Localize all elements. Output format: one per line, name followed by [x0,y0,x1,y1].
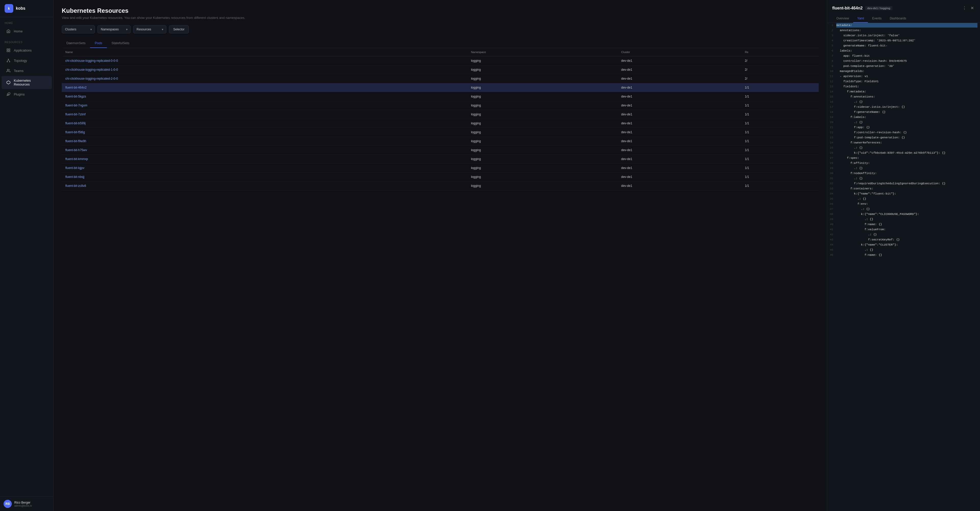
pods-table-wrap: Name Namespace Cluster Re chi-clickhouse… [62,48,819,190]
sidebar-item-kubernetes[interactable]: Kubernetes Resources [2,76,52,89]
table-row[interactable]: fluent-bit-f5t6g logging dev-de1 1/1 [62,128,819,137]
line-number: 35 [827,197,836,202]
cell-name: chi-clickhouse-logging-replicated-1-0-0 [62,65,467,74]
page-title: Kubernetes Resources [62,7,819,14]
yaml-line: 35 .: {} [827,197,980,202]
yaml-line: 38 k:{"name":"CLICKHOUSE_PASSWORD"}: [827,212,980,217]
svg-point-6 [9,61,10,62]
cell-cluster: dev-de1 [617,172,741,181]
topology-icon [6,58,11,63]
sidebar-item-home[interactable]: Home [2,26,52,36]
yaml-content: 1metadata:2 annotations:3 sidecar.istio.… [827,23,980,511]
panel-tab-yaml[interactable]: Yaml [853,14,868,23]
cell-re: 1/1 [741,155,819,164]
line-content: f:generateName: {} [836,110,980,115]
clusters-filter[interactable]: Clusters ▼ [62,25,95,33]
user-email: admin@kobs.io [14,505,32,507]
sidebar-item-applications[interactable]: Applications [2,45,52,55]
table-row[interactable]: fluent-bit-lqjpv logging dev-de1 1/1 [62,164,819,172]
table-row[interactable]: fluent-bit-zc8v8 logging dev-de1 1/1 [62,181,819,190]
cell-namespace: logging [467,65,617,74]
yaml-line: 23 f:pod-template-generation: {} [827,135,980,140]
yaml-line: 24 f:ownerReferences: [827,140,980,145]
more-options-button[interactable]: ⋮ [961,5,967,11]
table-row[interactable]: fluent-bit-kmmxp logging dev-de1 1/1 [62,155,819,164]
table-row[interactable]: fluent-bit-7ngxm logging dev-de1 1/1 [62,101,819,110]
cell-cluster: dev-de1 [617,155,741,164]
table-row[interactable]: chi-clickhouse-logging-replicated-2-0-0 … [62,74,819,83]
line-content: .: {} [836,207,980,212]
teams-icon [6,68,11,73]
line-number: 41 [827,227,836,232]
svg-point-5 [7,61,8,62]
line-number: 42 [827,232,836,237]
yaml-line: 17 f:sidecar.istio.io/inject: {} [827,105,980,110]
cell-cluster: dev-de1 [617,181,741,190]
line-content: fieldsV1: [836,84,980,89]
line-content: .: {} [836,166,980,171]
panel-tab-overview[interactable]: Overview [832,14,853,23]
tab-daemonsets[interactable]: DaemonSets [62,38,90,48]
line-number: 24 [827,140,836,145]
main-content: Kubernetes Resources View and edit your … [54,0,827,511]
table-row[interactable]: fluent-bit-7ztmf logging dev-de1 1/1 [62,110,819,119]
cell-cluster: dev-de1 [617,146,741,155]
app-logo[interactable]: k kobs [0,0,53,17]
resources-select[interactable]: Resources [133,25,166,33]
sidebar-item-topology[interactable]: Topology [2,56,52,65]
sidebar-item-teams[interactable]: Teams [2,66,52,76]
yaml-line: 31 .: {} [827,176,980,181]
table-row[interactable]: fluent-bit-nbsjj logging dev-de1 1/1 [62,172,819,181]
line-number: 13 [827,84,836,89]
cell-name: fluent-bit-7ngxm [62,101,467,110]
table-row[interactable]: fluent-bit-464n2 logging dev-de1 1/1 [62,83,819,92]
line-content: labels: [836,48,980,54]
line-content: annotations: [836,28,980,33]
detail-panel: fluent-bit-464n2 dev-de1 / logging ⋮ ✕ O… [827,0,980,511]
table-row[interactable]: chi-clickhouse-logging-replicated-1-0-0 … [62,65,819,74]
cell-name: fluent-bit-lqjpv [62,164,467,172]
selector-button[interactable]: Selector [169,25,189,33]
line-content: f:affinity: [836,161,980,166]
yaml-line: 19 f:labels: [827,115,980,120]
resources-filter[interactable]: Resources ▼ [133,25,166,33]
line-content: managedFields: [836,69,980,74]
yaml-line: 3 sidecar.istio.io/inject: 'false' [827,33,980,38]
svg-rect-3 [9,51,10,52]
line-number: 9 [827,64,836,69]
line-content: metadata: [836,23,980,28]
table-row[interactable]: fluent-bit-f9w9h logging dev-de1 1/1 [62,137,819,146]
yaml-line: 39 .: {} [827,217,980,222]
sidebar-item-plugins[interactable]: Plugins [2,89,52,99]
close-panel-button[interactable]: ✕ [969,5,975,11]
line-content: k:{"name":"CLICKHOUSE_PASSWORD"}: [836,212,980,217]
yaml-line: 21 f:app: {} [827,125,980,130]
tab-pods[interactable]: Pods [90,38,107,48]
table-row[interactable]: fluent-bit-h75wv logging dev-de1 1/1 [62,146,819,155]
table-row[interactable]: fluent-bit-b599j logging dev-de1 1/1 [62,119,819,128]
panel-title: fluent-bit-464n2 dev-de1 / logging [832,6,892,11]
cell-name: fluent-bit-h75wv [62,146,467,155]
clusters-select[interactable]: Clusters [62,25,95,33]
yaml-line: 42 .: {} [827,232,980,237]
user-profile[interactable]: RB Rico Berger admin@kobs.io [0,497,53,511]
panel-tab-dashboards[interactable]: Dashboards [886,14,910,23]
line-content: f:containers: [836,186,980,191]
table-row[interactable]: fluent-bit-5kgzs logging dev-de1 1/1 [62,92,819,101]
cell-name: fluent-bit-nbsjj [62,172,467,181]
panel-tab-events[interactable]: Events [868,14,886,23]
cell-name: chi-clickhouse-logging-replicated-2-0-0 [62,74,467,83]
cell-re: 1/1 [741,83,819,92]
namespaces-filter[interactable]: Namespaces ▼ [97,25,130,33]
yaml-line: 46 f:name: {} [827,253,980,258]
tab-statefulsets[interactable]: StatefulSets [107,38,134,48]
panel-header: fluent-bit-464n2 dev-de1 / logging ⋮ ✕ O… [827,0,980,23]
tabs-bar: DaemonSets Pods StatefulSets [62,38,819,48]
yaml-line: 36 f:env: [827,202,980,207]
line-number: 28 [827,161,836,166]
namespaces-select[interactable]: Namespaces [97,25,130,33]
line-content: .: {} [836,100,980,105]
table-row[interactable]: chi-clickhouse-logging-replicated-0-0-0 … [62,56,819,65]
user-info: Rico Berger admin@kobs.io [14,501,32,507]
line-number: 29 [827,166,836,171]
